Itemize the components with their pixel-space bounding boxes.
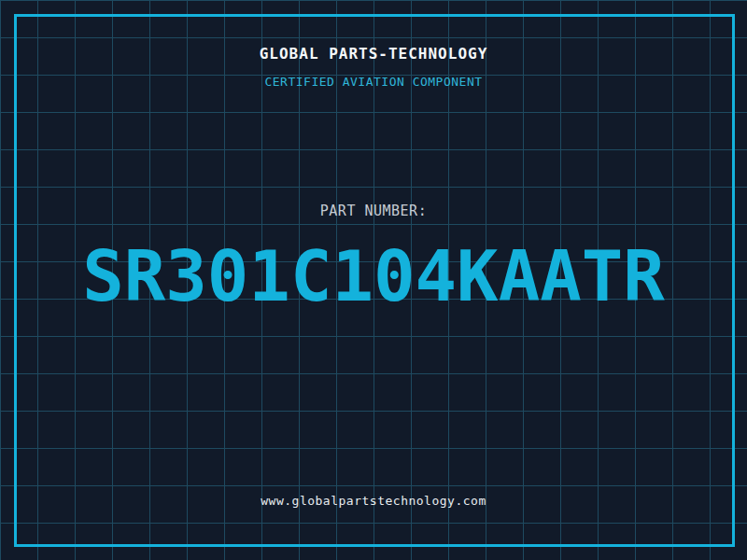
company-name: GLOBAL PARTS-TECHNOLOGY (0, 45, 747, 63)
part-label-card: GLOBAL PARTS-TECHNOLOGY CERTIFIED AVIATI… (0, 0, 747, 560)
certification-subtitle: CERTIFIED AVIATION COMPONENT (0, 75, 747, 89)
part-number-value: SR301C104KAATR (0, 242, 747, 311)
website-url: www.globalpartstechnology.com (0, 494, 747, 508)
part-number-label: PART NUMBER: (0, 203, 747, 219)
